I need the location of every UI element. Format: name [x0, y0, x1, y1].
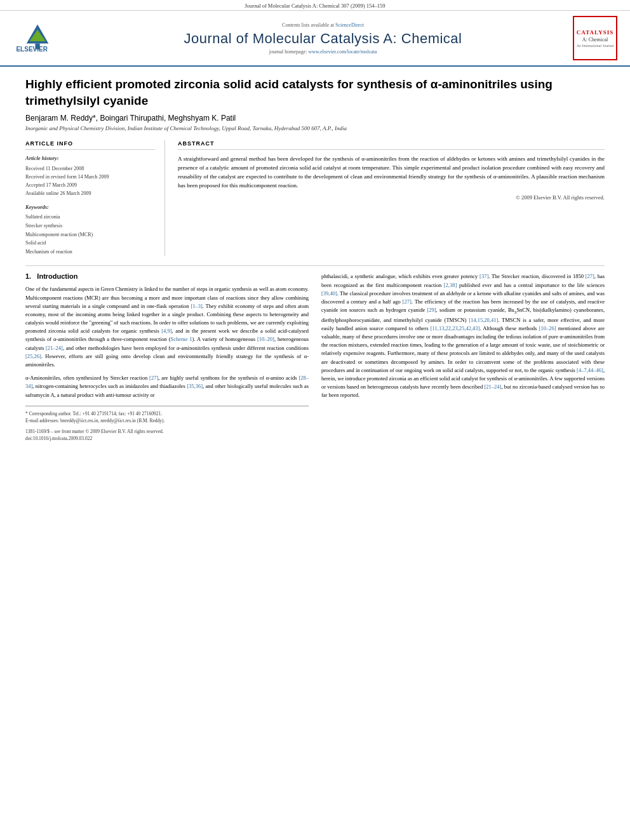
- journal-title: Journal of Molecular Catalysis A: Chemic…: [73, 30, 573, 47]
- journal-citation: Journal of Molecular Catalysis A: Chemic…: [245, 3, 385, 9]
- journal-homepage: journal homepage: www.elsevier.com/locat…: [73, 49, 573, 55]
- catalysis-logo: CATALYSIS A: Chemical An International J…: [573, 16, 617, 60]
- ref-27[interactable]: [27]: [149, 375, 158, 381]
- keyword-item: Strecker synthesis: [25, 222, 155, 230]
- article-info-abstract: ARTICLE INFO Article history: Received 1…: [25, 140, 605, 256]
- intro-para1: One of the fundamental aspects in Green …: [25, 285, 309, 369]
- received2: Received in revised form 14 March 2009: [25, 173, 155, 182]
- svg-text:ELSEVIER: ELSEVIER: [16, 46, 48, 53]
- abstract-text: A straightforward and general method has…: [178, 155, 605, 190]
- ref-11-13-22[interactable]: [11,13,22,23,25,42,43]: [431, 325, 480, 331]
- corresponding-author: * Corresponding author. Tel.: +91 40 271…: [25, 410, 309, 417]
- doi-line: doi:10.1016/j.molcata.2009.03.022: [25, 435, 309, 442]
- ref-21-24b[interactable]: [21–24]: [485, 383, 502, 390]
- footnote-area: * Corresponding author. Tel.: +91 40 271…: [25, 406, 309, 443]
- section-divider: [25, 265, 605, 266]
- keyword-item: Mechanism of reaction: [25, 248, 155, 257]
- journal-header: ELSEVIER Contents lists available at Sci…: [0, 11, 630, 67]
- ref-28-34[interactable]: [28–34]: [25, 375, 309, 389]
- ref-10-20[interactable]: [10–20]: [257, 336, 274, 342]
- available-online: Available online 26 March 2009: [25, 190, 155, 198]
- right-para1: phthalascidi, a synthetic analogue, whic…: [321, 272, 605, 399]
- intro-para2: α-Aminonitriles, often synthesized by St…: [25, 374, 309, 399]
- keywords-label: Keywords:: [25, 204, 155, 210]
- elsevier-logo: ELSEVIER: [13, 22, 64, 55]
- keyword-item: Solid acid: [25, 239, 155, 248]
- accepted: Accepted 17 March 2009: [25, 182, 155, 190]
- journal-center: Contents lists available at ScienceDirec…: [73, 22, 573, 55]
- affiliation: Inorganic and Physical Chemistry Divisio…: [25, 125, 605, 131]
- page: Journal of Molecular Catalysis A: Chemic…: [0, 0, 630, 840]
- ref-10-26[interactable]: [10–26]: [539, 325, 556, 331]
- ref-27c[interactable]: [27]: [403, 298, 412, 305]
- ref-scheme1[interactable]: Scheme 1: [171, 336, 192, 342]
- article-title: Highly efficient promoted zirconia solid…: [25, 76, 605, 109]
- keywords-list: Sulfated zirconiaStrecker synthesisMulti…: [25, 213, 155, 256]
- main-content: Highly efficient promoted zirconia solid…: [0, 67, 630, 455]
- issn-line: 1381-1169/$ – see front matter © 2009 El…: [25, 428, 309, 435]
- homepage-url[interactable]: www.elsevier.com/locate/molcata: [308, 49, 377, 55]
- ref-35-36[interactable]: [35,36]: [187, 383, 203, 389]
- keyword-item: Multicomponent reaction (MCR): [25, 230, 155, 239]
- ref-1-3[interactable]: [1–3]: [191, 303, 202, 309]
- received1: Received 11 December 2008: [25, 165, 155, 173]
- sciencedirect-link[interactable]: ScienceDirect: [335, 22, 364, 28]
- ref-25-26[interactable]: [25,26]: [25, 353, 41, 359]
- copyright-line: © 2009 Elsevier B.V. All rights reserved…: [178, 194, 605, 201]
- email-line: E-mail addresses: bnreddy@iict.res.in, n…: [25, 417, 309, 424]
- body-content: 1. Introduction One of the fundamental a…: [25, 272, 605, 442]
- keyword-item: Sulfated zirconia: [25, 213, 155, 222]
- abstract-title: ABSTRACT: [178, 140, 605, 150]
- ref-4-9[interactable]: [4,9]: [161, 328, 171, 334]
- ref-37[interactable]: [37]: [479, 273, 488, 279]
- article-history-label: Article history:: [25, 155, 155, 161]
- cat-title: CATALYSIS: [577, 29, 613, 36]
- intro-heading: 1. Introduction: [25, 272, 309, 280]
- abstract-col: ABSTRACT A straightforward and general m…: [178, 140, 605, 256]
- article-info-title: ARTICLE INFO: [25, 140, 155, 150]
- ref-27b[interactable]: [27]: [586, 273, 594, 279]
- body-left-col: 1. Introduction One of the fundamental a…: [25, 272, 309, 442]
- ref-4-7-44-46[interactable]: [4–7,44–46]: [577, 367, 603, 373]
- ref-39-40[interactable]: [39,40]: [321, 290, 337, 297]
- body-right-col: phthalascidi, a synthetic analogue, whic…: [321, 272, 605, 442]
- authors: Benjaram M. Reddy*, Boingari Thirupathi,…: [25, 114, 605, 123]
- ref-2-38[interactable]: [2,38]: [444, 282, 457, 288]
- article-info-col: ARTICLE INFO Article history: Received 1…: [25, 140, 165, 256]
- ref-14-15-20-41[interactable]: [14,15,20,41]: [469, 317, 498, 323]
- top-bar: Journal of Molecular Catalysis A: Chemic…: [0, 0, 630, 11]
- ref-29[interactable]: [29]: [427, 307, 436, 313]
- contents-line: Contents lists available at ScienceDirec…: [73, 22, 573, 28]
- body-two-col: 1. Introduction One of the fundamental a…: [25, 272, 605, 442]
- ref-21-24[interactable]: [21–24]: [46, 345, 63, 351]
